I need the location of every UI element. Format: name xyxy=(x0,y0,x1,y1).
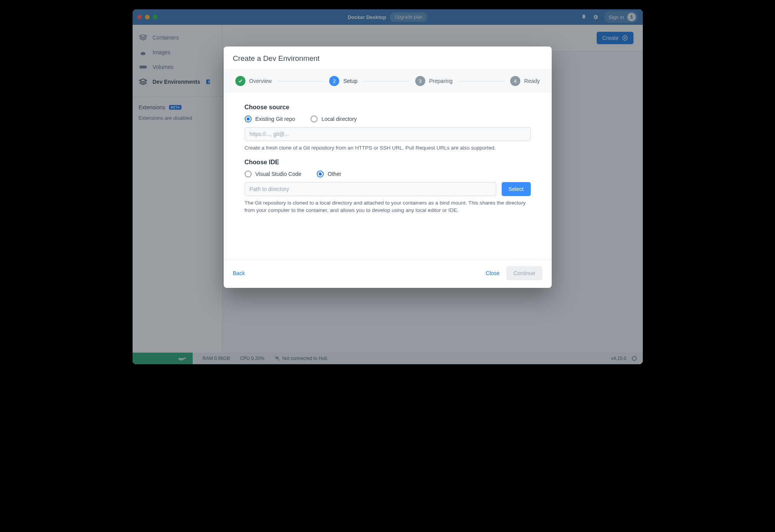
status-hub-label: Not connected to Hub xyxy=(282,356,327,361)
app-title: Docker Desktop xyxy=(348,14,386,20)
beta-badge: BETA xyxy=(206,79,210,84)
radio-other-ide[interactable]: Other xyxy=(317,170,341,177)
step-connector xyxy=(277,81,324,81)
step-ready: 4 Ready xyxy=(510,76,540,86)
step-preparing: 3 Preparing xyxy=(415,76,453,86)
extensions-label: Extensions xyxy=(139,104,165,110)
radio-icon xyxy=(311,115,318,122)
avatar-icon xyxy=(627,13,636,21)
images-icon xyxy=(139,49,147,56)
extensions-disabled-text: Extensions are disabled xyxy=(133,113,222,123)
select-directory-button[interactable]: Select xyxy=(502,182,531,196)
beta-badge: BETA xyxy=(169,105,181,110)
status-ram: RAM 0.96GB xyxy=(203,356,230,361)
modal-footer: Back Close Continue xyxy=(224,260,552,288)
check-icon xyxy=(235,76,245,86)
feedback-icon[interactable] xyxy=(631,355,637,362)
sidebar-item-volumes[interactable]: Volumes xyxy=(133,60,222,74)
step-connector xyxy=(458,81,505,81)
settings-icon[interactable] xyxy=(592,14,599,20)
radio-label: Local directory xyxy=(321,116,357,122)
sidebar: Containers Images Volumes Dev Environmen… xyxy=(133,25,223,353)
sidebar-item-label: Images xyxy=(153,49,171,55)
sidebar-item-label: Containers xyxy=(153,34,179,41)
titlebar: Docker Desktop Upgrade plan Sign in xyxy=(133,9,643,25)
git-url-input[interactable] xyxy=(245,127,531,141)
status-version: v4.15.0 xyxy=(611,356,626,361)
volumes-icon xyxy=(139,64,147,71)
engine-status[interactable] xyxy=(133,353,193,364)
dev-environments-icon xyxy=(139,78,147,85)
continue-button[interactable]: Continue xyxy=(506,266,542,280)
maximize-window-button[interactable] xyxy=(153,15,157,19)
step-number: 4 xyxy=(510,76,520,86)
choose-source-heading: Choose source xyxy=(245,104,531,111)
directory-path-input[interactable] xyxy=(245,182,496,196)
sign-in-button[interactable]: Sign in xyxy=(604,11,638,23)
create-button-label: Create xyxy=(602,35,618,41)
sidebar-extensions-header[interactable]: Extensions BETA xyxy=(133,102,222,113)
status-cpu: CPU 0.20% xyxy=(240,356,264,361)
step-overview: Overview xyxy=(235,76,272,86)
choose-ide-heading: Choose IDE xyxy=(245,159,531,166)
sidebar-divider xyxy=(133,96,222,96)
radio-label: Existing Git repo xyxy=(255,116,295,122)
sidebar-item-containers[interactable]: Containers xyxy=(133,30,222,45)
step-label: Ready xyxy=(524,78,540,84)
stepper: Overview 2 Setup 3 Preparing 4 Ready xyxy=(224,69,552,93)
status-bar: RAM 0.96GB CPU 0.20% Not connected to Hu… xyxy=(133,353,643,364)
upgrade-plan-button[interactable]: Upgrade plan xyxy=(390,12,427,22)
disconnected-icon xyxy=(274,356,280,361)
create-button[interactable]: Create xyxy=(597,32,633,44)
radio-existing-git-repo[interactable]: Existing Git repo xyxy=(245,115,295,122)
modal-body: Choose source Existing Git repo Local di… xyxy=(224,93,552,260)
radio-label: Visual Studio Code xyxy=(255,171,302,177)
step-number: 2 xyxy=(329,76,339,86)
step-label: Setup xyxy=(343,78,357,84)
radio-local-directory[interactable]: Local directory xyxy=(311,115,357,122)
back-button[interactable]: Back xyxy=(233,270,245,276)
radio-icon xyxy=(245,170,252,177)
ide-helper-text: The Git repository is cloned to a local … xyxy=(245,199,531,214)
sidebar-item-dev-environments[interactable]: Dev Environments BETA xyxy=(133,74,222,89)
create-dev-env-modal: Create a Dev Environment Overview 2 Setu… xyxy=(224,46,552,288)
svg-rect-0 xyxy=(139,65,146,68)
bug-icon[interactable] xyxy=(581,14,587,20)
radio-label: Other xyxy=(328,171,341,177)
ide-radio-group: Visual Studio Code Other xyxy=(245,170,531,177)
step-number: 3 xyxy=(415,76,425,86)
minimize-window-button[interactable] xyxy=(145,15,150,19)
sign-in-label: Sign in xyxy=(609,14,624,20)
step-label: Preparing xyxy=(429,78,453,84)
whale-icon xyxy=(177,355,187,362)
app-window: Docker Desktop Upgrade plan Sign in xyxy=(133,9,643,364)
sidebar-item-images[interactable]: Images xyxy=(133,45,222,60)
close-window-button[interactable] xyxy=(137,15,142,19)
containers-icon xyxy=(139,34,147,41)
sidebar-item-label: Volumes xyxy=(153,64,174,70)
radio-vscode[interactable]: Visual Studio Code xyxy=(245,170,302,177)
modal-header: Create a Dev Environment xyxy=(224,46,552,69)
sidebar-item-label: Dev Environments xyxy=(153,79,200,85)
step-connector xyxy=(363,81,410,81)
status-hub: Not connected to Hub xyxy=(274,356,327,361)
radio-icon xyxy=(245,115,252,122)
radio-icon xyxy=(317,170,324,177)
modal-title: Create a Dev Environment xyxy=(233,54,542,63)
plus-circle-icon xyxy=(622,35,628,41)
step-label: Overview xyxy=(249,78,272,84)
close-button[interactable]: Close xyxy=(486,270,500,276)
source-helper-text: Create a fresh clone of a Git repository… xyxy=(245,144,531,152)
step-setup: 2 Setup xyxy=(329,76,357,86)
svg-point-2 xyxy=(632,356,636,361)
window-controls xyxy=(137,15,157,19)
source-radio-group: Existing Git repo Local directory xyxy=(245,115,531,122)
